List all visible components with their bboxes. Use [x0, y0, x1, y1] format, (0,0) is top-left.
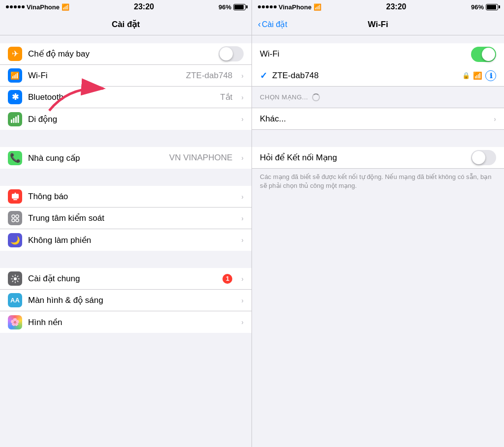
battery-percent-right: 96%: [471, 3, 484, 11]
connected-network-section: ✓ ZTE-dab748 🔒 📶 ℹ: [252, 65, 504, 87]
carrier-label: Nhà cung cấp: [28, 153, 163, 163]
general-item[interactable]: Cài đặt chung 1 ›: [0, 268, 252, 290]
time-left: 23:20: [134, 2, 154, 11]
dnd-item[interactable]: 🌙 Không làm phiền ›: [0, 229, 252, 251]
wifi-toggle-item[interactable]: Wi-Fi: [252, 43, 504, 65]
display-label: Màn hình & độ sáng: [28, 295, 235, 305]
svg-rect-4: [12, 194, 19, 199]
carrier-right: VinaPhone: [279, 3, 312, 11]
dnd-icon: 🌙: [8, 233, 22, 247]
carrier-left: VinaPhone: [27, 3, 60, 11]
svg-point-10: [16, 219, 19, 222]
svg-rect-3: [17, 115, 19, 123]
right-screen: VinaPhone 📶 23:20 96% ‹ Cài đặt Wi-Fi Wi…: [252, 0, 504, 447]
control-center-icon: [8, 211, 22, 225]
wifi-toggle-section: Wi-Fi: [252, 43, 504, 65]
choose-network-row: CHỌN MẠNG...: [252, 87, 504, 108]
wallpaper-chevron: ›: [241, 318, 244, 326]
nav-title-left: Cài đặt: [112, 19, 140, 30]
svg-rect-2: [15, 117, 17, 123]
wifi-item[interactable]: 📶 Wi-Fi ZTE-dab748 ›: [0, 65, 252, 87]
bluetooth-item[interactable]: ✱ Bluetooth Tắt ›: [0, 87, 252, 108]
nav-bar-right: ‹ Cài đặt Wi-Fi: [252, 14, 504, 35]
svg-point-7: [12, 215, 15, 218]
battery-icon-right: [486, 4, 498, 10]
ask-join-item[interactable]: Hỏi để Kết nối Mạng: [252, 147, 504, 169]
display-icon: AA: [8, 293, 22, 307]
status-left: VinaPhone 📶: [6, 3, 69, 11]
back-label: Cài đặt: [262, 20, 287, 29]
bluetooth-icon: ✱: [8, 90, 22, 104]
notifications-item[interactable]: Thông báo ›: [0, 186, 252, 208]
notifications-chevron: ›: [241, 193, 244, 201]
network-icons: 🔒 📶 ℹ: [462, 70, 496, 81]
carrier-item[interactable]: 📞 Nhà cung cấp VN VINAPHONE ›: [0, 147, 252, 169]
cellular-item[interactable]: Di động ›: [0, 108, 252, 130]
airplane-label: Chế độ máy bay: [28, 49, 213, 59]
wallpaper-icon: 🌸: [8, 315, 22, 329]
notifications-label: Thông báo: [28, 192, 235, 202]
section-1-left: ✈ Chế độ máy bay 📶 Wi-Fi ZTE-dab748 › ✱ …: [0, 43, 252, 130]
checkmark-icon: ✓: [260, 70, 267, 81]
general-chevron: ›: [241, 275, 244, 283]
section-2-left: 📞 Nhà cung cấp VN VINAPHONE ›: [0, 147, 252, 169]
wallpaper-item[interactable]: 🌸 Hình nền ›: [0, 311, 252, 333]
status-left-right: VinaPhone 📶: [258, 3, 321, 11]
network-name: ZTE-dab748: [272, 71, 457, 81]
back-button[interactable]: ‹ Cài đặt: [258, 20, 287, 30]
signal-dots-right: [258, 5, 277, 8]
wifi-status-icon-right: 📶: [314, 3, 321, 11]
network-info-button[interactable]: ℹ: [485, 70, 496, 81]
ask-join-label: Hỏi để Kết nối Mạng: [260, 152, 466, 163]
general-badge: 1: [222, 274, 232, 284]
display-item[interactable]: AA Màn hình & độ sáng ›: [0, 290, 252, 311]
status-right-right: 96%: [471, 3, 498, 11]
wifi-toggle-label: Wi-Fi: [260, 49, 465, 59]
other-network-item[interactable]: Khác... ›: [252, 108, 504, 130]
bluetooth-value: Tắt: [220, 92, 232, 102]
status-bar-left: VinaPhone 📶 23:20 96%: [0, 0, 252, 14]
display-chevron: ›: [241, 297, 244, 304]
wifi-label: Wi-Fi: [28, 71, 180, 81]
svg-rect-0: [11, 119, 12, 123]
carrier-chevron: ›: [241, 154, 244, 162]
time-right: 23:20: [386, 2, 407, 11]
wifi-signal-icon: 📶: [473, 71, 482, 80]
cellular-icon: [8, 112, 22, 126]
svg-point-8: [16, 215, 19, 218]
section-4-left: Cài đặt chung 1 › AA Màn hình & độ sáng …: [0, 268, 252, 333]
left-screen: VinaPhone 📶 23:20 96% Cài đặt ✈ Chế độ m…: [0, 0, 252, 447]
carrier-icon: 📞: [8, 151, 22, 165]
airplane-icon: ✈: [8, 47, 22, 61]
wifi-chevron: ›: [241, 72, 244, 80]
other-label: Khác...: [260, 114, 489, 124]
control-center-item[interactable]: Trung tâm kiểm soát ›: [0, 208, 252, 229]
other-chevron: ›: [494, 115, 496, 123]
notifications-icon: [8, 189, 22, 204]
cellular-chevron: ›: [241, 115, 244, 123]
cellular-label: Di động: [28, 114, 235, 124]
signal-dots: [6, 5, 25, 8]
ask-join-description: Các mạng đã biết sẽ được kết nối tự động…: [252, 169, 504, 196]
svg-point-9: [12, 219, 15, 222]
connected-network-row[interactable]: ✓ ZTE-dab748 🔒 📶 ℹ: [252, 65, 504, 87]
choose-network-label: CHỌN MẠNG...: [260, 93, 308, 101]
back-chevron-icon: ‹: [258, 19, 261, 30]
airplane-mode-item[interactable]: ✈ Chế độ máy bay: [0, 43, 252, 65]
airplane-toggle[interactable]: [219, 46, 244, 61]
section-3-left: Thông báo › Trung tâm kiểm soát › 🌙 Khôn…: [0, 186, 252, 251]
lock-icon: 🔒: [462, 72, 470, 79]
control-center-chevron: ›: [241, 214, 244, 222]
wifi-toggle[interactable]: [471, 47, 496, 62]
nav-title-right: Wi-Fi: [368, 20, 388, 30]
loading-spinner: [312, 93, 320, 101]
bluetooth-label: Bluetooth: [28, 92, 214, 102]
general-icon: [8, 271, 22, 286]
general-label: Cài đặt chung: [28, 273, 217, 284]
svg-point-6: [14, 192, 16, 194]
status-right-left: 96%: [219, 3, 246, 11]
ask-join-section: Hỏi để Kết nối Mạng: [252, 147, 504, 169]
status-bar-right: VinaPhone 📶 23:20 96%: [252, 0, 504, 14]
nav-bar-left: Cài đặt: [0, 14, 252, 35]
ask-join-toggle[interactable]: [471, 150, 496, 165]
